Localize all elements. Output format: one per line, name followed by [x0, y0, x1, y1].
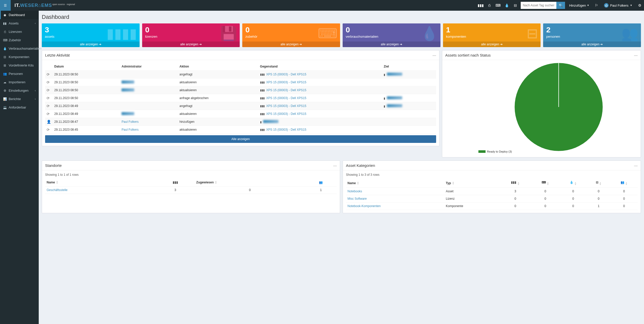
- collapse-icon[interactable]: —: [634, 53, 638, 57]
- cell-type: Lizenz: [444, 195, 500, 202]
- stat-view-all[interactable]: alle anzeigen ➔: [242, 42, 340, 47]
- asset-row-icon: ▮▮▮: [260, 112, 265, 115]
- view-all-activity-button[interactable]: Alle anzeigen: [45, 135, 436, 143]
- sidebar-item-consumables[interactable]: 💧Verbrauchsmaterialien: [0, 44, 39, 53]
- sidebar-item-requestable[interactable]: 💻Anforderbar: [0, 103, 39, 112]
- stat-view-all[interactable]: alle anzeigen ➔: [42, 42, 140, 47]
- col-target[interactable]: Ziel: [382, 63, 436, 71]
- kit-icon: ⊞: [3, 64, 7, 67]
- status-pie-chart: [513, 61, 605, 153]
- sidebar-item-reports[interactable]: 📊Berichte‹: [0, 95, 39, 103]
- item-link[interactable]: XPS 15 (00003) - Dell XPS15: [266, 88, 306, 92]
- sidebar-label: Verbrauchsmaterialien: [9, 47, 42, 50]
- item-link[interactable]: XPS 15 (00003) - Dell XPS15: [266, 128, 306, 131]
- activity-row: ⟳29.11.2023 08:50aktualisieren▮▮▮ XPS 15…: [45, 86, 436, 94]
- col-drop[interactable]: 💧 ▲▼: [560, 179, 587, 188]
- sidebar-item-licenses[interactable]: ⎙Lizenzen: [0, 28, 39, 36]
- col-name[interactable]: Name▲▼: [346, 179, 444, 188]
- cell-action: hinzufügen: [178, 118, 259, 126]
- settings-nav-icon[interactable]: ⚙: [635, 2, 644, 9]
- refresh-row-icon: ⟳: [47, 80, 50, 84]
- collapse-icon[interactable]: —: [634, 164, 638, 168]
- barcode-icon[interactable]: ▮▮▮: [476, 2, 485, 9]
- chevron-left-icon: ‹: [35, 98, 36, 100]
- sidebar-item-people[interactable]: 👥Personen: [0, 70, 39, 78]
- col-item[interactable]: Gegenstand: [259, 63, 382, 71]
- admin-link[interactable]: Paul Folkers: [122, 128, 139, 131]
- cell-action: aktualisieren: [178, 110, 259, 118]
- item-link[interactable]: XPS 15 (00003) - Dell XPS15: [266, 80, 306, 84]
- hdd-nav-icon[interactable]: ⊟: [511, 2, 520, 9]
- brand-logo[interactable]: IT.WESER⌂EMS: [11, 3, 56, 8]
- item-link[interactable]: XPS 15 (00003) - Dell XPS15: [266, 112, 306, 116]
- sidebar-toggle[interactable]: ☰: [0, 0, 11, 11]
- stat-consumables: 0verbrauchsmaterialien 💧 alle anzeigen ➔: [343, 23, 440, 47]
- cloud-icon: ☁: [3, 80, 7, 84]
- sidebar-item-components[interactable]: ⊟Komponenten: [0, 53, 39, 61]
- collapse-icon[interactable]: —: [333, 164, 337, 168]
- stat-view-all[interactable]: alle anzeigen ➔: [443, 42, 541, 47]
- col-users[interactable]: 👥 ▲▼: [610, 179, 638, 188]
- cell-item: ▮▮▮ XPS 15 (00003) - Dell XPS15: [259, 86, 382, 94]
- keyboard-header-icon: ⌨: [542, 181, 546, 184]
- cell-target: [382, 110, 436, 118]
- category-link[interactable]: Notebooks: [347, 190, 362, 193]
- col-admin[interactable]: Administrator: [120, 63, 178, 71]
- cell-admin: [120, 94, 178, 102]
- col-barcode[interactable]: ▮▮▮ ▲▼: [500, 179, 531, 188]
- admin-link[interactable]: Paul Folkers: [122, 120, 139, 124]
- asset-row-icon: ▮▮▮: [260, 73, 265, 76]
- stat-view-all[interactable]: alle anzeigen ➔: [543, 42, 641, 47]
- drop-nav-icon[interactable]: 💧: [502, 2, 511, 9]
- sidebar-item-import[interactable]: ☁Importieren: [0, 78, 39, 86]
- cell-item: ▮▮▮ XPS 15 (00003) - Dell XPS15: [259, 126, 382, 134]
- user-menu[interactable]: ⏻ Paul Folkers ▼: [601, 3, 635, 8]
- item-link[interactable]: XPS 15 (00003) - Dell XPS15: [266, 73, 306, 76]
- sidebar-item-accessories[interactable]: ⌨Zubehör: [0, 36, 39, 44]
- category-link[interactable]: Misc Software: [347, 197, 367, 200]
- col-hdd[interactable]: ⊟ ▲▼: [587, 179, 610, 188]
- stat-view-all[interactable]: alle anzeigen ➔: [142, 42, 240, 47]
- panel-activity: Letzte Aktivität — Datum Administrator A…: [42, 50, 439, 146]
- users-icon: 👥: [3, 72, 7, 76]
- cell-date: 29.11.2023 08:49: [53, 110, 120, 118]
- stat-view-all[interactable]: alle anzeigen ➔: [343, 42, 440, 47]
- sidebar-item-settings[interactable]: ⚙Einstellungen‹: [0, 86, 39, 95]
- pie-legend[interactable]: Ready to Deploy (3): [478, 150, 512, 153]
- activity-table: Datum Administrator Aktion Gegenstand Zi…: [45, 63, 436, 134]
- power-icon: ⏻: [604, 3, 609, 8]
- brand-tagline: open source · regional: [52, 3, 75, 6]
- col-date[interactable]: Datum: [53, 63, 120, 71]
- col-name[interactable]: Name▲▼: [45, 179, 156, 186]
- users-header-icon: 👥: [621, 181, 624, 184]
- content: Dashboard 3assets ▮▮▮▮ alle anzeigen ➔ 0…: [39, 11, 644, 324]
- locations-table: Name▲▼ ▮▮▮ Zugewiesen▲▼ 👥 Geschäftsstell…: [45, 179, 337, 194]
- collapse-icon[interactable]: —: [433, 53, 436, 57]
- save-nav-icon[interactable]: ⎙: [485, 2, 494, 9]
- cell-date: 29.11.2023 08:47: [53, 118, 120, 126]
- flag-icon[interactable]: ⚐: [592, 2, 601, 9]
- category-link[interactable]: Notebook-Komponenten: [347, 204, 381, 208]
- cell-hdd: 0: [587, 188, 610, 195]
- location-link[interactable]: Geschäftsstelle: [47, 188, 68, 192]
- cell-type: Asset: [444, 188, 500, 195]
- col-assigned[interactable]: Zugewiesen▲▼: [195, 179, 305, 186]
- keyboard-nav-icon[interactable]: ⌨: [494, 2, 502, 9]
- item-link[interactable]: XPS 15 (00003) - Dell XPS15: [266, 104, 306, 108]
- col-action[interactable]: Aktion: [178, 63, 259, 71]
- search-button[interactable]: 🔍: [556, 2, 565, 9]
- cell-date: 29.11.2023 08:50: [53, 71, 120, 78]
- add-dropdown[interactable]: Hinzufügen ▼: [566, 0, 592, 11]
- sidebar-item-assets[interactable]: ▮▮Assets‹: [0, 19, 39, 28]
- sidebar-item-dashboard[interactable]: ◉Dashboard: [0, 11, 39, 19]
- col-people[interactable]: 👥: [305, 179, 337, 186]
- item-link[interactable]: XPS 15 (00003) - Dell XPS15: [266, 96, 306, 100]
- col-type[interactable]: Typ▲▼: [444, 179, 500, 188]
- col-license[interactable]: ⌨ ▲▼: [531, 179, 559, 188]
- cell-admin: [120, 86, 178, 94]
- cell-license: 0: [531, 188, 559, 195]
- col-barcode[interactable]: ▮▮▮: [156, 179, 195, 186]
- sidebar-item-kits[interactable]: ⊞Vordefinierte Kits: [0, 61, 39, 70]
- search-input[interactable]: [521, 2, 556, 9]
- cell-admin: [120, 71, 178, 78]
